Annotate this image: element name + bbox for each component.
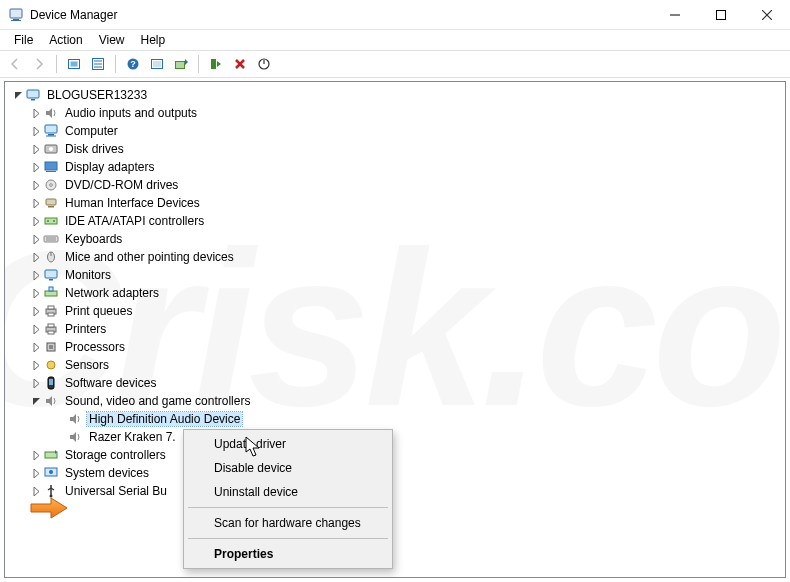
minimize-button[interactable] — [652, 0, 698, 30]
enable-device-button[interactable] — [205, 53, 227, 75]
toolbar-separator — [198, 55, 199, 73]
expand-toggle[interactable] — [29, 124, 43, 138]
expand-toggle[interactable] — [29, 160, 43, 174]
scan-button[interactable] — [146, 53, 168, 75]
expand-toggle[interactable] — [29, 358, 43, 372]
uninstall-button[interactable] — [229, 53, 251, 75]
cpu-icon — [43, 339, 59, 355]
network-icon — [43, 285, 59, 301]
tree-item-label: Monitors — [63, 268, 113, 282]
tree-item-label: Audio inputs and outputs — [63, 106, 199, 120]
speaker-icon — [67, 429, 83, 445]
tree-item-label: IDE ATA/ATAPI controllers — [63, 214, 206, 228]
show-hidden-button[interactable] — [63, 53, 85, 75]
context-menu-separator — [188, 507, 388, 508]
storage-icon — [43, 447, 59, 463]
titlebar: Device Manager — [0, 0, 790, 30]
device-tree[interactable]: BLOGUSER13233Audio inputs and outputsCom… — [5, 82, 785, 500]
tree-category[interactable]: Display adapters — [5, 158, 785, 176]
tree-root[interactable]: BLOGUSER13233 — [5, 86, 785, 104]
context-menu-item[interactable]: Update driver — [186, 432, 390, 456]
expand-toggle[interactable] — [29, 340, 43, 354]
tree-category[interactable]: Audio inputs and outputs — [5, 104, 785, 122]
menu-action[interactable]: Action — [41, 31, 90, 49]
context-menu-item[interactable]: Disable device — [186, 456, 390, 480]
annotation-arrow-icon — [29, 496, 69, 520]
expand-toggle[interactable] — [29, 286, 43, 300]
context-menu-item[interactable]: Scan for hardware changes — [186, 511, 390, 535]
window-controls — [652, 0, 790, 29]
tree-category[interactable]: Monitors — [5, 266, 785, 284]
menubar: File Action View Help — [0, 30, 790, 50]
expand-toggle[interactable] — [29, 466, 43, 480]
expand-toggle[interactable] — [29, 106, 43, 120]
tree-category[interactable]: Disk drives — [5, 140, 785, 158]
expand-toggle[interactable] — [29, 142, 43, 156]
computer-icon — [43, 123, 59, 139]
close-button[interactable] — [744, 0, 790, 30]
system-icon — [43, 465, 59, 481]
monitor-icon — [43, 267, 59, 283]
tree-category[interactable]: Software devices — [5, 374, 785, 392]
expand-toggle[interactable] — [29, 394, 43, 408]
tree-item-label: DVD/CD-ROM drives — [63, 178, 180, 192]
forward-button[interactable] — [28, 53, 50, 75]
tree-category[interactable]: Processors — [5, 338, 785, 356]
tree-item-label: Computer — [63, 124, 120, 138]
menu-help[interactable]: Help — [133, 31, 174, 49]
tree-device[interactable]: High Definition Audio Device — [5, 410, 785, 428]
expand-toggle[interactable] — [29, 196, 43, 210]
maximize-button[interactable] — [698, 0, 744, 30]
hid-icon — [43, 195, 59, 211]
context-menu-item[interactable]: Uninstall device — [186, 480, 390, 504]
ide-icon — [43, 213, 59, 229]
expand-toggle[interactable] — [29, 214, 43, 228]
tree-category[interactable]: Mice and other pointing devices — [5, 248, 785, 266]
expand-toggle[interactable] — [29, 304, 43, 318]
expand-toggle[interactable] — [29, 178, 43, 192]
tree-category[interactable]: Storage controllers — [5, 446, 785, 464]
svg-rect-16 — [153, 61, 161, 67]
tree-category[interactable]: Print queues — [5, 302, 785, 320]
help-button[interactable]: ? — [122, 53, 144, 75]
context-menu-separator — [188, 538, 388, 539]
tree-category[interactable]: Sound, video and game controllers — [5, 392, 785, 410]
expand-toggle[interactable] — [29, 232, 43, 246]
expand-toggle[interactable] — [29, 268, 43, 282]
menu-view[interactable]: View — [91, 31, 133, 49]
app-icon — [8, 7, 24, 23]
tree-device[interactable]: Razer Kraken 7. — [5, 428, 785, 446]
back-button[interactable] — [4, 53, 26, 75]
tree-category[interactable]: Human Interface Devices — [5, 194, 785, 212]
tree-category[interactable]: Sensors — [5, 356, 785, 374]
tree-item-label: Mice and other pointing devices — [63, 250, 236, 264]
expand-toggle[interactable] — [29, 250, 43, 264]
window-title: Device Manager — [30, 8, 652, 22]
tree-item-label: Human Interface Devices — [63, 196, 202, 210]
tree-category[interactable]: System devices — [5, 464, 785, 482]
tree-item-label: BLOGUSER13233 — [45, 88, 149, 102]
tree-category[interactable]: IDE ATA/ATAPI controllers — [5, 212, 785, 230]
speaker-icon — [43, 105, 59, 121]
tree-category[interactable]: Computer — [5, 122, 785, 140]
disable-button[interactable] — [253, 53, 275, 75]
update-driver-button[interactable] — [170, 53, 192, 75]
menu-file[interactable]: File — [6, 31, 41, 49]
expand-toggle[interactable] — [29, 322, 43, 336]
display-icon — [43, 159, 59, 175]
tree-category[interactable]: Printers — [5, 320, 785, 338]
context-menu-item[interactable]: Properties — [186, 542, 390, 566]
disk-icon — [43, 141, 59, 157]
device-tree-pane: PCrisk.com BLOGUSER13233Audio inputs and… — [4, 81, 786, 578]
expand-toggle[interactable] — [29, 376, 43, 390]
expand-toggle[interactable] — [11, 88, 25, 102]
tree-category[interactable]: Keyboards — [5, 230, 785, 248]
properties-button[interactable] — [87, 53, 109, 75]
tree-category[interactable]: Network adapters — [5, 284, 785, 302]
svg-rect-17 — [176, 62, 185, 69]
tree-category[interactable]: Universal Serial Bu — [5, 482, 785, 500]
expand-toggle[interactable] — [29, 448, 43, 462]
speaker-icon — [43, 393, 59, 409]
tree-category[interactable]: DVD/CD-ROM drives — [5, 176, 785, 194]
svg-rect-2 — [11, 20, 21, 21]
